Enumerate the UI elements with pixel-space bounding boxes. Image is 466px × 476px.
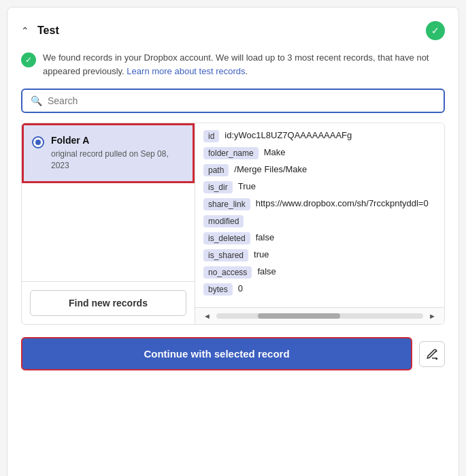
table-row: idid:yWoc1L8UZ7QAAAAAAAAFg [203, 130, 436, 142]
radio-button[interactable] [32, 136, 44, 148]
header: ⌃ Test ✓ [21, 21, 445, 40]
find-new-btn-wrap: Find new records [22, 281, 195, 324]
data-key: no_access [203, 266, 252, 279]
data-value: id:yWoc1L8UZ7QAAAAAAAAFg [224, 130, 352, 140]
scroll-right-icon[interactable]: ► [426, 311, 439, 321]
data-value: https://www.dropbox.com/sh/7rcckpntyddl=… [256, 198, 429, 208]
table-row: modified [203, 215, 436, 227]
continue-button[interactable]: Continue with selected record [21, 337, 412, 370]
banner-text: We found records in your Dropbox account… [43, 51, 445, 78]
data-value: Make [264, 147, 286, 157]
data-key: share_link [203, 198, 250, 210]
radio-inner [35, 140, 41, 145]
main-area: Folder A original record pulled on Sep 0… [21, 123, 445, 325]
data-key: id [203, 130, 219, 142]
scroll-track[interactable] [216, 313, 423, 319]
chevron-up-icon[interactable]: ⌃ [21, 25, 32, 36]
table-row: is_deletedfalse [203, 232, 436, 244]
record-info: Folder A original record pulled on Sep 0… [51, 135, 184, 172]
data-value: false [256, 232, 274, 242]
data-key: is_deleted [203, 232, 250, 244]
data-key: folder_name [203, 147, 259, 159]
search-box: 🔍 [21, 89, 445, 113]
data-key: is_dir [203, 181, 233, 193]
table-row: is_sharedtrue [203, 249, 436, 261]
edit-icon[interactable] [419, 341, 445, 367]
record-name: Folder A [51, 135, 184, 146]
table-row: bytes0 [203, 283, 436, 296]
data-key: is_shared [203, 249, 248, 261]
data-value: false [257, 266, 276, 276]
scroll-left-icon[interactable]: ◄ [201, 311, 214, 321]
right-panel: idid:yWoc1L8UZ7QAAAAAAAAFgfolder_nameMak… [195, 123, 444, 324]
search-input[interactable] [48, 95, 435, 106]
table-row: no_accessfalse [203, 266, 436, 279]
data-key: modified [203, 215, 244, 227]
data-key: path [203, 164, 229, 176]
table-row: is_dirTrue [203, 181, 436, 193]
left-panel: Folder A original record pulled on Sep 0… [22, 123, 195, 324]
table-row: share_linkhttps://www.dropbox.com/sh/7rc… [203, 198, 436, 210]
bottom-row: Continue with selected record [21, 334, 445, 370]
main-container: ⌃ Test ✓ ✓ We found records in your Drop… [7, 7, 459, 476]
data-value: True [238, 181, 256, 191]
banner-check-icon: ✓ [21, 52, 36, 67]
success-icon: ✓ [426, 21, 445, 40]
find-new-records-button[interactable]: Find new records [30, 290, 186, 316]
data-value: true [254, 249, 269, 259]
horizontal-scrollbar[interactable]: ◄ ► [195, 307, 444, 324]
header-left: ⌃ Test [21, 25, 59, 37]
data-key: bytes [203, 283, 233, 296]
table-row: path/Merge Files/Make [203, 164, 436, 176]
data-value: 0 [238, 283, 243, 293]
info-banner: ✓ We found records in your Dropbox accou… [21, 51, 445, 78]
record-date: original record pulled on Sep 08, 2023 [51, 148, 184, 172]
record-item[interactable]: Folder A original record pulled on Sep 0… [22, 123, 195, 183]
page-title: Test [37, 25, 59, 37]
scroll-thumb[interactable] [258, 313, 341, 319]
data-value: /Merge Files/Make [234, 164, 307, 174]
table-row: folder_nameMake [203, 147, 436, 159]
search-icon: 🔍 [31, 95, 42, 106]
learn-more-link[interactable]: Learn more about test records [127, 66, 245, 76]
data-table: idid:yWoc1L8UZ7QAAAAAAAAFgfolder_nameMak… [195, 123, 444, 307]
